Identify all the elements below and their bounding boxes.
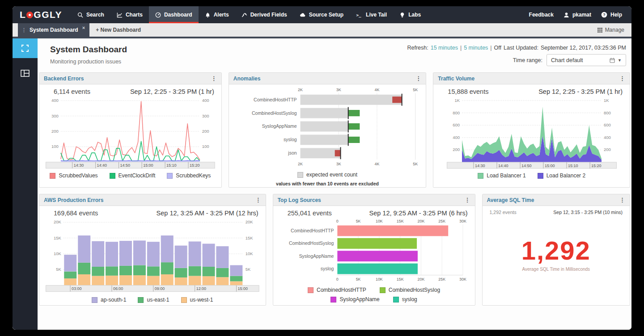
anomalies-chart[interactable]: 2K2K3K3K4K4K5K5KCombinedHostHTTPCombined…: [235, 87, 420, 168]
top-log-sources-chart[interactable]: 005K5K10K10K15K15K20K20K25K25K30K30KComb…: [280, 218, 469, 284]
svg-text:100: 100: [51, 144, 59, 149]
legend-swatch: [297, 172, 303, 178]
svg-text:30K: 30K: [459, 277, 466, 281]
top-navbar: LGGLY Search Charts Dashboard Alerts Der…: [13, 6, 631, 23]
legend-item[interactable]: syslog: [393, 296, 417, 302]
svg-text:15:00: 15:00: [143, 163, 153, 168]
tab-system-dashboard[interactable]: ⋮ System Dashboard ×: [18, 23, 89, 37]
svg-text:400: 400: [453, 135, 460, 140]
panel-anomalies: Anomalies ⋮ 2K2K3K3K4K4K5K5KCombinedHost…: [229, 72, 427, 188]
nav-item-labs[interactable]: Labs: [393, 6, 427, 23]
backend-errors-chart[interactable]: 10010020020030030040040014:3014:4014:501…: [46, 97, 215, 169]
legend-item[interactable]: CombinedHostHTTP: [308, 287, 366, 293]
nav-item-derived-fields[interactable]: Derived Fields: [235, 6, 293, 23]
legend-item[interactable]: ScrubbedKeys: [167, 172, 211, 179]
backend-errors-svg: 10010020020030030040040014:3014:4014:501…: [46, 97, 215, 169]
nav-item-source-setup[interactable]: Source Setup: [293, 6, 350, 23]
refresh-15-link[interactable]: 15 minutes: [431, 45, 458, 51]
metric-caption: Average SQL Time in Milliseconds: [489, 267, 623, 272]
legend-item[interactable]: ScrubbedValues: [50, 172, 97, 179]
nav-item-search[interactable]: Search: [71, 6, 110, 23]
panel-menu-icon[interactable]: ⋮: [619, 197, 625, 203]
help-menu[interactable]: ? Help: [596, 6, 627, 23]
legend-item[interactable]: Load Balancer 1: [478, 172, 525, 179]
legend-swatch: [138, 297, 144, 303]
svg-text:400: 400: [51, 98, 59, 103]
labs-icon: [399, 12, 405, 18]
svg-text:100: 100: [202, 144, 209, 149]
legend-item[interactable]: us-west-1: [181, 297, 213, 303]
svg-text:5K: 5K: [356, 277, 360, 281]
loggly-logo[interactable]: LGGLY: [13, 6, 71, 23]
legend-label: SyslogAppName: [339, 296, 379, 302]
legend-swatch: [308, 287, 314, 293]
calendar-icon: [610, 58, 615, 63]
svg-text:14:40: 14:40: [97, 163, 107, 168]
layout-button[interactable]: [13, 63, 38, 83]
svg-text:30K: 30K: [459, 219, 466, 223]
user-menu[interactable]: pkamat: [559, 6, 596, 23]
legend-label: expected event count: [306, 172, 357, 178]
refresh-5-link[interactable]: 5 minutes: [464, 45, 488, 51]
panel-menu-icon[interactable]: ⋮: [619, 76, 625, 81]
legend-item[interactable]: us-east-1: [138, 297, 169, 303]
svg-text:800: 800: [453, 110, 460, 115]
legend-item[interactable]: CombinedHostSyslog: [380, 287, 440, 293]
legend-item[interactable]: Load Balancer 2: [538, 172, 585, 179]
svg-text:12:00: 12:00: [196, 286, 206, 291]
svg-text:15:00: 15:00: [238, 286, 248, 291]
traffic-volume-chart[interactable]: 2002004004006006008008001K1K14:3014:4014…: [440, 97, 623, 169]
nav-item-live-tail[interactable]: >_ Live Tail: [350, 6, 393, 23]
legend-item[interactable]: ap-south-1: [92, 297, 126, 303]
aws-production-errors-chart[interactable]: 5K5K10K10K15K15K20K20K03:0006:0009:0012:…: [46, 218, 259, 294]
nav-label: Labs: [408, 12, 421, 18]
panel-menu-icon[interactable]: ⋮: [211, 76, 217, 81]
svg-text:10K: 10K: [376, 219, 383, 223]
fullscreen-button[interactable]: [13, 38, 38, 58]
page-header: System Dashboard Monitoring production i…: [38, 44, 631, 66]
svg-text:10K: 10K: [246, 251, 253, 256]
nav-item-alerts[interactable]: Alerts: [199, 6, 235, 23]
refresh-off-option[interactable]: Off: [494, 45, 501, 51]
derived-fields-icon: [242, 12, 247, 18]
legend-item[interactable]: SyslogAppName: [330, 296, 379, 302]
drag-handle-icon: ⋮: [21, 27, 26, 33]
legend-item[interactable]: EventClockDrift: [110, 172, 156, 179]
svg-text:syslog: syslog: [320, 266, 334, 271]
svg-text:5K: 5K: [356, 219, 360, 223]
new-dashboard-button[interactable]: + New Dashboard: [89, 23, 147, 37]
time-range-select[interactable]: Chart default ▼: [547, 54, 626, 66]
panel-menu-icon[interactable]: ⋮: [255, 197, 261, 203]
time-range-label: Time range:: [513, 57, 542, 63]
svg-text:20K: 20K: [417, 277, 424, 281]
live-tail-icon: >_: [356, 12, 363, 18]
svg-text:0: 0: [336, 219, 339, 223]
legend-label: Load Balancer 1: [487, 172, 525, 179]
feedback-link[interactable]: Feedback: [524, 6, 559, 23]
panel-menu-icon[interactable]: ⋮: [465, 197, 470, 203]
svg-text:200: 200: [453, 147, 460, 152]
separator: |: [460, 45, 462, 51]
panel-menu-icon[interactable]: ⋮: [415, 76, 421, 81]
logo-o-icon: [26, 12, 33, 18]
svg-text:0: 0: [336, 277, 339, 281]
svg-text:300: 300: [202, 113, 209, 118]
legend-swatch: [393, 297, 399, 302]
svg-text:syslog: syslog: [284, 137, 297, 142]
panel-aws-production-errors: AWS Production Errors ⋮ 169,684 events S…: [39, 194, 266, 306]
legend-label: us-west-1: [190, 297, 213, 303]
nav-item-dashboard[interactable]: Dashboard: [149, 6, 199, 23]
fullscreen-icon: [21, 44, 29, 52]
close-tab-icon[interactable]: ×: [82, 25, 85, 30]
events-count: 255,041 events: [288, 210, 332, 217]
nav-item-charts[interactable]: Charts: [110, 6, 149, 23]
source-setup-icon: [300, 12, 306, 18]
aws-production-errors-svg: 5K5K10K10K15K15K20K20K03:0006:0009:0012:…: [46, 218, 259, 294]
nav-label: Dashboard: [164, 12, 192, 18]
legend-swatch: [92, 297, 97, 303]
manage-button[interactable]: Manage: [590, 23, 631, 37]
legend-item[interactable]: expected event count: [297, 172, 357, 178]
panel-backend-errors: Backend Errors ⋮ 6,114 events Sep 12, 2:…: [39, 72, 222, 188]
svg-text:09:00: 09:00: [155, 286, 165, 291]
svg-text:14:30: 14:30: [475, 164, 485, 168]
